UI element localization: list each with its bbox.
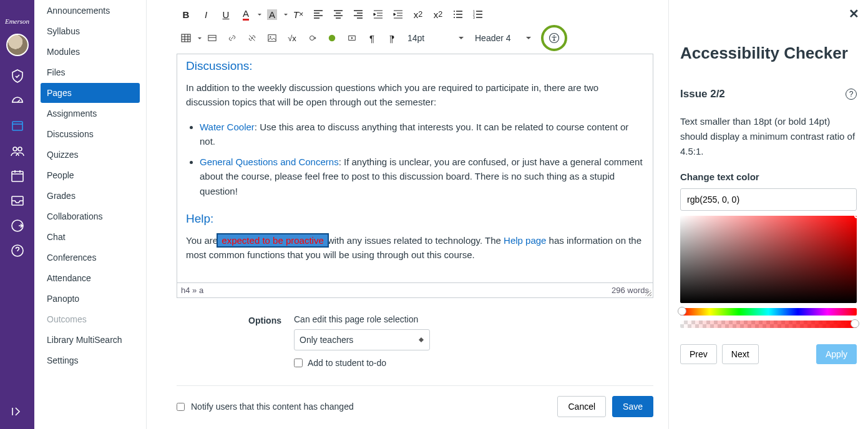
indent-button[interactable] [389,5,407,24]
prev-button[interactable]: Prev [680,344,717,364]
svg-rect-3 [12,171,23,181]
panel-title: Accessibility Checker [680,44,857,63]
page-options: Options Can edit this page role selectio… [177,314,653,368]
todo-checkbox-row[interactable]: Add to student to-do [294,358,653,368]
todo-label: Add to student to-do [308,358,386,368]
role-select-label: Can edit this page role selection [294,314,653,324]
nav-conferences[interactable]: Conferences [41,248,140,268]
bg-color-button[interactable]: A [263,5,281,24]
clear-format-button[interactable]: T× [289,5,308,24]
kaltura-button[interactable] [323,29,341,47]
ltr-button[interactable]: ¶ [363,29,381,47]
align-left-button[interactable] [309,5,328,24]
dashboard-icon[interactable] [0,89,34,113]
video-button[interactable] [343,29,361,47]
next-button[interactable]: Next [722,344,759,364]
nav-quizzes[interactable]: Quizzes [41,145,140,165]
nav-announcements[interactable]: Announcements [41,1,140,21]
expand-nav-icon[interactable] [0,399,34,424]
role-select[interactable]: Only teachers [294,329,430,350]
selected-text: expected to be proactive [218,234,328,246]
bold-button[interactable]: B [177,5,195,24]
nav-discussions[interactable]: Discussions [41,124,140,144]
nav-settings[interactable]: Settings [41,350,140,370]
bg-color-caret[interactable] [284,14,288,17]
svg-rect-15 [268,35,276,42]
nav-modules[interactable]: Modules [41,42,140,62]
color-swatch[interactable] [680,216,857,303]
equation-button[interactable]: √x [283,29,301,47]
link-help-page[interactable]: Help page [504,235,546,246]
nav-pages[interactable]: Pages [41,83,140,103]
color-field-label: Change text color [680,171,857,182]
inbox-icon[interactable] [0,188,34,213]
save-button[interactable]: Save [612,396,653,417]
link-water-cooler[interactable]: Water Cooler [200,122,255,132]
table-button[interactable] [177,29,195,47]
groups-icon[interactable] [0,138,34,163]
svg-point-8 [454,14,455,15]
notify-checkbox-row[interactable]: Notify users that this content has chang… [177,402,354,412]
align-center-button[interactable] [329,5,348,24]
number-list-button[interactable]: 123 [469,5,487,24]
color-input[interactable] [680,188,857,211]
list-item: General Questions and Concerns: If anyth… [200,155,644,198]
heading-discussions: Discussions: [186,59,644,73]
calendar-icon[interactable] [0,163,34,188]
text-color-button[interactable]: A [237,5,255,24]
svg-point-20 [553,35,555,36]
nav-files[interactable]: Files [41,62,140,82]
link-button[interactable] [223,29,241,47]
subscript-button[interactable]: x2 [429,5,447,24]
nav-outcomes[interactable]: Outcomes [41,309,140,329]
rce-toolbar: B I U A A T× x2 x2 123 [177,0,653,54]
nav-assignments[interactable]: Assignments [41,104,140,123]
rtl-button[interactable]: ¶ [383,29,401,47]
nav-library[interactable]: Library MultiSearch [41,330,140,350]
embed-button[interactable] [303,29,321,47]
todo-checkbox[interactable] [294,359,303,367]
bullet-list-button[interactable] [449,5,467,24]
main-content: B I U A A T× x2 x2 123 [147,0,668,429]
nav-attendance[interactable]: Attendance [41,268,140,288]
underline-button[interactable]: U [217,5,235,24]
cancel-button[interactable]: Cancel [557,396,606,417]
courses-icon[interactable] [0,113,34,138]
help-icon[interactable] [0,238,34,263]
font-size-select[interactable]: 14pt [402,29,469,47]
unlink-button[interactable] [243,29,261,47]
avatar[interactable] [6,34,29,56]
link-general-questions[interactable]: General Questions and Concerns [200,157,339,167]
nav-chat[interactable]: Chat [41,227,140,247]
text-color-caret[interactable] [258,14,261,17]
svg-point-16 [270,36,271,37]
nav-grades[interactable]: Grades [41,186,140,206]
commons-icon[interactable] [0,213,34,238]
nav-collaborations[interactable]: Collaborations [41,206,140,226]
svg-rect-0 [12,122,22,130]
nav-panopto[interactable]: Panopto [41,289,140,309]
hue-slider[interactable] [680,308,857,316]
nav-people[interactable]: People [41,165,140,185]
word-count: 296 words [612,286,649,295]
image-button[interactable] [263,29,281,47]
nav-syllabus[interactable]: Syllabus [41,21,140,41]
apply-button[interactable]: Apply [816,344,857,364]
admin-icon[interactable] [0,64,34,89]
block-format-select[interactable]: Header 4 [470,29,536,47]
element-path[interactable]: h4 » a [181,286,203,295]
resize-handle[interactable] [645,290,651,296]
table-caret[interactable] [198,37,202,41]
media-link-button[interactable] [203,29,222,47]
outdent-button[interactable] [369,5,388,24]
close-icon[interactable]: ✕ [849,6,859,21]
notify-checkbox[interactable] [177,403,185,411]
info-icon[interactable]: ? [846,89,857,100]
superscript-button[interactable]: x2 [409,5,427,24]
list-item: Water Cooler: Use this area to discuss a… [200,120,644,149]
alpha-slider[interactable] [680,321,857,328]
rce-editor[interactable]: Discussions: In addition to the weekly d… [177,54,653,283]
accessibility-checker-button[interactable] [541,25,567,51]
italic-button[interactable]: I [197,5,215,24]
align-right-button[interactable] [349,5,368,24]
